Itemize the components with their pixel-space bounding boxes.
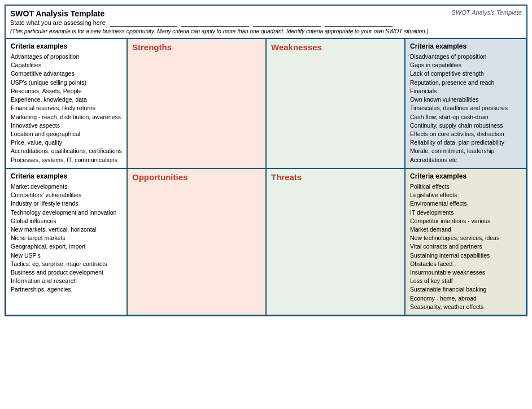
bottom-right-criteria-cell: Criteria examples Political effects Legi… (405, 168, 526, 315)
top-right-criteria-list: Disadvantages of proposition Gaps in cap… (410, 53, 521, 164)
top-left-criteria-cell: Criteria examples Advantages of proposit… (6, 38, 127, 168)
list-item: Processes, systems, IT, communications (11, 156, 122, 164)
list-item: USP's (unique selling points) (11, 79, 122, 87)
list-item: Industry or lifestyle trends (11, 199, 122, 208)
list-item: Resources, Assets, People (11, 87, 122, 95)
list-item: Vital contracts and partners (410, 242, 521, 251)
list-item: Market demand (410, 225, 521, 234)
weaknesses-heading: Weaknesses (271, 42, 400, 52)
list-item: Economy - home, abroad (410, 294, 521, 303)
list-item: Legislative effects (410, 191, 521, 199)
list-item: New USP's (11, 251, 122, 260)
subtitle: State what you are assessing here (10, 19, 522, 27)
list-item: Innovative aspects (11, 121, 122, 130)
opportunities-cell: Opportunities (127, 168, 266, 315)
strengths-heading: Strengths (132, 42, 261, 52)
list-item: Advantages of proposition (11, 53, 122, 61)
list-item: Business and product development (11, 268, 122, 277)
list-item: Reputation, presence and reach (410, 79, 521, 87)
list-item: Loss of key staff (410, 277, 521, 285)
list-item: Global influences (11, 217, 122, 225)
list-item: Own known vulnerabilities (410, 95, 521, 104)
bottom-left-criteria-heading: Criteria examples (11, 172, 122, 180)
list-item: Market developments (11, 182, 122, 191)
list-item: Timescales, deadlines and pressures (410, 104, 521, 112)
threats-heading: Threats (271, 172, 400, 182)
list-item: Competitors' vulnerabilities (11, 191, 122, 199)
list-item: Disadvantages of proposition (410, 53, 521, 61)
watermark: SWOT Analysis Template (451, 9, 522, 16)
list-item: Political effects (410, 182, 521, 191)
bottom-left-criteria-cell: Criteria examples Market developments Co… (6, 168, 127, 315)
top-left-criteria-list: Advantages of proposition Capabilities C… (11, 53, 122, 164)
list-item: Gaps in capabilities (410, 61, 521, 69)
list-item: Morale, commitment, leadership (410, 147, 521, 155)
list-item: Sustaining internal capabilities (410, 251, 521, 260)
list-item: Marketing - reach, distribution, awarene… (11, 113, 122, 121)
list-item: Continuity, supply chain robustness (410, 121, 521, 130)
strengths-cell: Strengths (127, 38, 266, 168)
list-item: Competitive advantages (11, 69, 122, 78)
top-right-criteria-heading: Criteria examples (410, 42, 521, 50)
list-item: Accreditations, qualifications, certific… (11, 147, 122, 155)
list-item: Environmental effects (410, 199, 521, 208)
top-left-criteria-heading: Criteria examples (11, 42, 122, 50)
list-item: Partnerships, agencies, (11, 285, 122, 294)
list-item: Sustainable financial backing (410, 285, 521, 294)
list-item: Technology development and innovation (11, 208, 122, 217)
list-item: Experience, knowledge, data (11, 95, 122, 104)
list-item: Accreditations etc (410, 156, 521, 164)
header: SWOT Analysis Template SWOT Analysis Tem… (6, 6, 526, 38)
list-item: Niche target markets (11, 234, 122, 242)
threats-cell: Threats (266, 168, 405, 315)
weaknesses-cell: Weaknesses (266, 38, 405, 168)
list-item: Insurmountable weaknesses (410, 268, 521, 277)
list-item: Geographical, export, import (11, 242, 122, 251)
list-item: Information and research (11, 277, 122, 285)
header-note: (This particular example is for a new bu… (10, 28, 522, 36)
list-item: Cash flow, start-up cash-drain (410, 113, 521, 121)
list-item: Price, value, quality (11, 138, 122, 147)
list-item: Financials (410, 87, 521, 95)
main-title: SWOT Analysis Template (10, 9, 104, 18)
bottom-left-criteria-list: Market developments Competitors' vulnera… (11, 182, 122, 294)
list-item: New technologies, services, ideas (410, 234, 521, 242)
list-item: Competitor intentions - various (410, 217, 521, 225)
list-item: Reliability of data, plan predictability (410, 138, 521, 147)
swot-template: SWOT Analysis Template SWOT Analysis Tem… (5, 5, 527, 316)
list-item: Effects on core activities, distraction (410, 130, 521, 138)
list-item: Seasonality, weather effects (410, 303, 521, 311)
bottom-right-criteria-list: Political effects Legislative effects En… (410, 182, 521, 311)
list-item: Tactics: eg, surprise, major contracts (11, 260, 122, 268)
top-right-criteria-cell: Criteria examples Disadvantages of propo… (405, 38, 526, 168)
opportunities-heading: Opportunities (132, 172, 261, 182)
list-item: Obstacles faced (410, 260, 521, 268)
list-item: Lack of competitive strength (410, 69, 521, 78)
list-item: Financial reserves, likely returns (11, 104, 122, 112)
list-item: New markets, vertical, horizontal (11, 225, 122, 234)
swot-grid: Criteria examples Advantages of proposit… (6, 38, 526, 315)
list-item: IT developments (410, 208, 521, 217)
list-item: Capabilities (11, 61, 122, 69)
list-item: Location and geographical (11, 130, 122, 138)
bottom-right-criteria-heading: Criteria examples (410, 172, 521, 180)
